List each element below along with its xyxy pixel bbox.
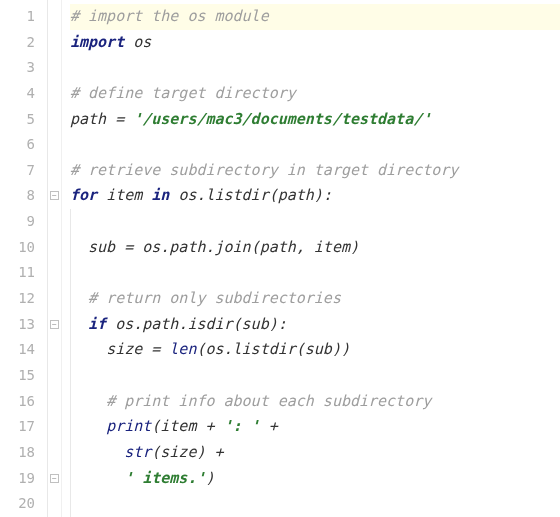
code-editor: 1 2 3 4 5 6 7 8 9 10 11 12 13 14 15 16 1…: [0, 0, 560, 517]
variable: item: [106, 186, 142, 204]
gutter: 1 2 3 4 5 6 7 8 9 10 11 12 13 14 15 16 1…: [0, 0, 48, 517]
code-line[interactable]: size = len(os.listdir(sub)): [70, 337, 560, 363]
string-literal: '/users/mac3/documents/testdata/': [133, 110, 431, 128]
code-line[interactable]: str(size) +: [70, 440, 560, 466]
builtin-print: print: [106, 417, 151, 435]
line-number[interactable]: 19: [0, 466, 47, 492]
line-number[interactable]: 10: [0, 235, 47, 261]
code-line[interactable]: if os.path.isdir(sub):: [70, 312, 560, 338]
code-line[interactable]: [70, 260, 560, 286]
function-call: listdir: [205, 186, 268, 204]
variable: path: [70, 110, 106, 128]
line-number[interactable]: 17: [0, 414, 47, 440]
string-literal: ' items.': [124, 469, 205, 487]
keyword-if: if: [88, 315, 106, 333]
variable: sub: [88, 238, 115, 256]
module-ref: os: [178, 186, 196, 204]
code-line[interactable]: path = '/users/mac3/documents/testdata/': [70, 107, 560, 133]
comment: # import the os module: [70, 7, 269, 25]
comment: # define target directory: [70, 84, 296, 102]
builtin-len: len: [169, 340, 196, 358]
line-number[interactable]: 14: [0, 337, 47, 363]
keyword-for: for: [70, 186, 97, 204]
comment: # print info about each subdirectory: [106, 392, 431, 410]
code-line[interactable]: for item in os.listdir(path):: [70, 183, 560, 209]
keyword-in: in: [151, 186, 169, 204]
line-number[interactable]: 5: [0, 107, 47, 133]
keyword-import: import: [70, 33, 124, 51]
operator: =: [106, 110, 133, 128]
code-line[interactable]: # print info about each subdirectory: [70, 389, 560, 415]
line-number[interactable]: 6: [0, 132, 47, 158]
function-call: isdir: [187, 315, 232, 333]
line-number[interactable]: 4: [0, 81, 47, 107]
line-number[interactable]: 8: [0, 183, 47, 209]
fold-toggle-icon[interactable]: −: [50, 191, 59, 200]
module-name: os: [133, 33, 151, 51]
code-line[interactable]: [70, 363, 560, 389]
line-number[interactable]: 9: [0, 209, 47, 235]
code-line[interactable]: [70, 55, 560, 81]
line-number[interactable]: 18: [0, 440, 47, 466]
code-line[interactable]: print(item + ': ' +: [70, 414, 560, 440]
code-line[interactable]: ' items.'): [70, 466, 560, 492]
line-number[interactable]: 13: [0, 312, 47, 338]
function-call: join: [215, 238, 251, 256]
code-line[interactable]: # retrieve subdirectory in target direct…: [70, 158, 560, 184]
line-number[interactable]: 20: [0, 491, 47, 517]
line-number[interactable]: 12: [0, 286, 47, 312]
fold-column: − − −: [48, 0, 62, 517]
line-number[interactable]: 11: [0, 260, 47, 286]
line-number[interactable]: 7: [0, 158, 47, 184]
code-area[interactable]: # import the os module import os # defin…: [62, 0, 560, 517]
code-line[interactable]: # import the os module: [70, 4, 560, 30]
line-number[interactable]: 1: [0, 4, 47, 30]
code-line[interactable]: # define target directory: [70, 81, 560, 107]
fold-toggle-icon[interactable]: −: [50, 320, 59, 329]
code-line[interactable]: sub = os.path.join(path, item): [70, 235, 560, 261]
comment: # return only subdirectories: [88, 289, 341, 307]
line-number[interactable]: 16: [0, 389, 47, 415]
code-line[interactable]: [70, 132, 560, 158]
code-line[interactable]: import os: [70, 30, 560, 56]
line-number[interactable]: 3: [0, 55, 47, 81]
line-number[interactable]: 2: [0, 30, 47, 56]
builtin-str: str: [124, 443, 151, 461]
code-line[interactable]: [70, 209, 560, 235]
line-number[interactable]: 15: [0, 363, 47, 389]
fold-end-icon[interactable]: −: [50, 474, 59, 483]
comment: # retrieve subdirectory in target direct…: [70, 161, 458, 179]
string-literal: ': ': [224, 417, 260, 435]
variable: size: [106, 340, 142, 358]
code-line[interactable]: # return only subdirectories: [70, 286, 560, 312]
code-line[interactable]: [70, 491, 560, 517]
